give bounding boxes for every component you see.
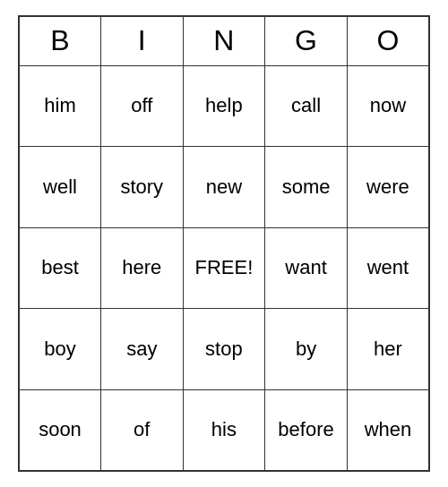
- bingo-cell-r4-c0: soon: [19, 389, 101, 471]
- bingo-cell-r3-c1: say: [101, 309, 184, 390]
- bingo-cell-r4-c3: before: [265, 389, 348, 471]
- bingo-cell-r4-c1: of: [101, 389, 184, 471]
- bingo-cell-r3-c0: boy: [19, 309, 101, 390]
- bingo-cell-r2-c3: want: [265, 227, 348, 309]
- bingo-cell-r1-c4: were: [347, 147, 429, 228]
- bingo-cell-r1-c3: some: [265, 147, 348, 228]
- bingo-cell-r2-c4: went: [347, 227, 429, 309]
- bingo-cell-r0-c1: off: [101, 65, 184, 147]
- bingo-cell-r1-c0: well: [19, 147, 101, 228]
- header-cell-n: N: [183, 16, 265, 65]
- bingo-card: BINGO himoffhelpcallnowwellstorynewsomew…: [18, 15, 430, 472]
- bingo-cell-r0-c3: call: [265, 65, 348, 147]
- bingo-cell-r0-c4: now: [347, 65, 429, 147]
- header-cell-o: O: [347, 16, 429, 65]
- bingo-cell-r0-c2: help: [183, 65, 265, 147]
- bingo-row-1: wellstorynewsomewere: [19, 147, 429, 228]
- bingo-row-4: soonofhisbeforewhen: [19, 389, 429, 471]
- bingo-row-3: boysaystopbyher: [19, 309, 429, 390]
- bingo-cell-r2-c0: best: [19, 227, 101, 309]
- bingo-cell-r1-c1: story: [101, 147, 184, 228]
- bingo-row-0: himoffhelpcallnow: [19, 65, 429, 147]
- bingo-cell-r0-c0: him: [19, 65, 101, 147]
- header-cell-i: I: [101, 16, 184, 65]
- header-row: BINGO: [19, 16, 429, 65]
- bingo-cell-r4-c2: his: [183, 389, 265, 471]
- header-cell-b: B: [19, 16, 101, 65]
- bingo-row-2: besthereFREE!wantwent: [19, 227, 429, 309]
- bingo-cell-r1-c2: new: [183, 147, 265, 228]
- bingo-cell-r2-c1: here: [101, 227, 184, 309]
- bingo-cell-r4-c4: when: [347, 389, 429, 471]
- bingo-cell-r3-c4: her: [347, 309, 429, 390]
- header-cell-g: G: [265, 16, 348, 65]
- bingo-cell-r3-c3: by: [265, 309, 348, 390]
- bingo-cell-r3-c2: stop: [183, 309, 265, 390]
- bingo-cell-r2-c2: FREE!: [183, 227, 265, 309]
